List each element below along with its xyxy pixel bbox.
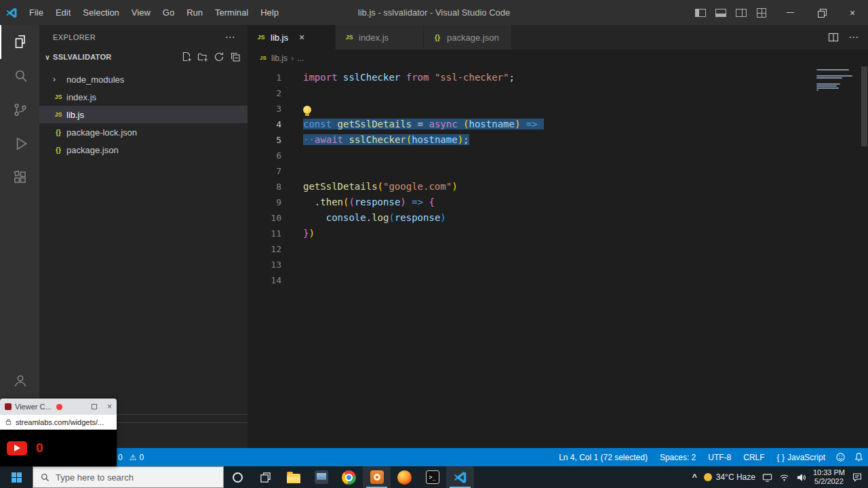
line-number: 4 bbox=[248, 117, 303, 132]
tray-expand-icon[interactable]: ^ bbox=[692, 472, 697, 482]
close-tab-icon[interactable]: × bbox=[299, 32, 304, 43]
breadcrumb-file[interactable]: lib.js bbox=[271, 54, 288, 63]
json-file-icon: {} bbox=[53, 146, 64, 154]
breadcrumb[interactable]: JS lib.js › ... bbox=[248, 49, 868, 66]
toggle-panel-icon[interactable] bbox=[715, 9, 726, 17]
toggle-secondary-sidebar-icon[interactable] bbox=[736, 9, 747, 17]
code-line-10[interactable]: 10 console.log(response) bbox=[248, 210, 868, 226]
notifications-bell-icon[interactable] bbox=[850, 448, 868, 466]
account-icon[interactable] bbox=[0, 364, 39, 398]
js-file-icon: JS bbox=[344, 34, 355, 41]
file-item-index.js[interactable]: JSindex.js bbox=[39, 88, 248, 106]
file-item-package-lock.json[interactable]: {}package-lock.json bbox=[39, 123, 248, 141]
vscode-logo-icon[interactable] bbox=[0, 7, 23, 19]
js-file-icon: JS bbox=[258, 55, 268, 61]
encoding-setting[interactable]: UTF-8 bbox=[702, 448, 737, 466]
menu-run[interactable]: Run bbox=[180, 0, 209, 25]
menu-selection[interactable]: Selection bbox=[77, 0, 125, 25]
file-item-node_modules[interactable]: ›node_modules bbox=[39, 70, 248, 88]
menu-go[interactable]: Go bbox=[157, 0, 180, 25]
language-mode[interactable]: { } JavaScript bbox=[771, 448, 831, 466]
menu-edit[interactable]: Edit bbox=[50, 0, 77, 25]
streamlabs-icon[interactable] bbox=[363, 466, 391, 488]
code-line-12[interactable]: 12 bbox=[248, 241, 868, 257]
code-line-9[interactable]: 9 .then((response) => { bbox=[248, 195, 868, 210]
task-view-icon[interactable] bbox=[252, 466, 279, 488]
refresh-icon[interactable] bbox=[214, 52, 224, 62]
taskbar-clock[interactable]: 10:33 PM 5/2/2022 bbox=[813, 468, 845, 486]
menu-terminal[interactable]: Terminal bbox=[209, 0, 254, 25]
code-line-3[interactable]: 3 bbox=[248, 101, 868, 117]
run-debug-icon[interactable] bbox=[0, 127, 39, 161]
file-explorer-icon[interactable] bbox=[279, 466, 307, 488]
js-file-icon: JS bbox=[53, 94, 64, 100]
collapse-all-icon[interactable] bbox=[230, 52, 241, 62]
menu-view[interactable]: View bbox=[125, 0, 157, 25]
overlay-close-icon[interactable]: × bbox=[107, 403, 112, 411]
terminal-icon[interactable] bbox=[418, 466, 446, 488]
code-line-5[interactable]: 5··await sslChecker(hostname); bbox=[248, 132, 868, 148]
line-content: }) bbox=[303, 226, 315, 241]
code-line-1[interactable]: 1import sslChecker from "ssl-checker"; bbox=[248, 70, 868, 85]
feedback-icon[interactable] bbox=[831, 448, 850, 466]
new-file-icon[interactable] bbox=[181, 52, 192, 62]
code-editor[interactable]: 1import sslChecker from "ssl-checker";23… bbox=[248, 66, 868, 448]
weather-text: 34°C Haze bbox=[716, 472, 755, 482]
tray-volume-icon[interactable] bbox=[796, 472, 806, 483]
explorer-more-icon[interactable]: ⋯ bbox=[225, 31, 235, 43]
code-line-13[interactable]: 13 bbox=[248, 257, 868, 272]
breadcrumb-more[interactable]: ... bbox=[297, 54, 304, 63]
code-line-6[interactable]: 6 bbox=[248, 148, 868, 163]
menu-file[interactable]: File bbox=[23, 0, 50, 25]
restore-button[interactable] bbox=[806, 0, 837, 25]
overlay-url-bar[interactable]: streamlabs.com/widgets/... bbox=[0, 415, 117, 430]
tray-display-icon[interactable] bbox=[762, 472, 772, 483]
taskbar-search[interactable]: Type here to search bbox=[33, 466, 224, 488]
extensions-icon[interactable] bbox=[0, 161, 39, 195]
chrome-icon[interactable] bbox=[335, 466, 363, 488]
weather-widget[interactable]: 34°C Haze bbox=[704, 472, 755, 482]
overlay-title-bar[interactable]: Viewer C... × bbox=[0, 399, 117, 415]
code-line-8[interactable]: 8getSslDetails("google.com") bbox=[248, 179, 868, 195]
source-control-icon[interactable] bbox=[0, 93, 39, 127]
menu-help[interactable]: Help bbox=[254, 0, 285, 25]
vscode-taskbar-icon[interactable] bbox=[446, 466, 474, 488]
editor-scrollbar[interactable] bbox=[861, 66, 867, 146]
action-center-icon[interactable] bbox=[852, 472, 863, 483]
minimap[interactable] bbox=[816, 69, 859, 98]
search-icon[interactable] bbox=[0, 59, 39, 93]
overlay-maximize-icon[interactable] bbox=[92, 404, 97, 409]
tray-network-icon[interactable] bbox=[779, 472, 789, 483]
app-icon-monitor[interactable] bbox=[307, 466, 335, 488]
code-line-11[interactable]: 11}) bbox=[248, 226, 868, 241]
cursor-position[interactable]: Ln 4, Col 1 (72 selected) bbox=[553, 448, 654, 466]
code-line-2[interactable]: 2 bbox=[248, 85, 868, 101]
lightbulb-icon[interactable] bbox=[303, 106, 311, 114]
editor-more-icon[interactable]: ⋯ bbox=[848, 31, 859, 43]
cortana-icon[interactable] bbox=[224, 466, 252, 488]
close-button[interactable]: × bbox=[837, 0, 868, 25]
split-editor-icon[interactable] bbox=[828, 32, 839, 43]
tab-lib.js[interactable]: JSlib.js× bbox=[248, 25, 336, 49]
overlay-title: Viewer C... bbox=[15, 403, 52, 411]
start-button[interactable] bbox=[0, 466, 33, 488]
toggle-sidebar-icon[interactable] bbox=[695, 9, 706, 17]
explorer-icon[interactable] bbox=[0, 25, 39, 59]
file-item-lib.js[interactable]: JSlib.js bbox=[39, 106, 248, 123]
line-content bbox=[303, 101, 311, 117]
code-line-7[interactable]: 7 bbox=[248, 163, 868, 179]
indentation-setting[interactable]: Spaces: 2 bbox=[654, 448, 702, 466]
file-item-package.json[interactable]: {}package.json bbox=[39, 141, 248, 159]
tab-index.js[interactable]: JSindex.js bbox=[336, 25, 424, 49]
firefox-icon[interactable] bbox=[391, 466, 418, 488]
line-content: console.log(response) bbox=[303, 210, 446, 226]
project-section-header[interactable]: ∨ SSLVALIDATOR bbox=[39, 49, 248, 65]
tray-date: 5/2/2022 bbox=[813, 477, 845, 486]
code-line-14[interactable]: 14 bbox=[248, 272, 868, 288]
eol-setting[interactable]: CRLF bbox=[737, 448, 770, 466]
new-folder-icon[interactable] bbox=[197, 52, 208, 62]
tab-package.json[interactable]: {}package.json bbox=[424, 25, 512, 49]
customize-layout-icon[interactable] bbox=[757, 8, 766, 18]
code-line-4[interactable]: 4const getSslDetails = async (hostname) … bbox=[248, 117, 868, 132]
minimize-button[interactable] bbox=[774, 0, 806, 25]
